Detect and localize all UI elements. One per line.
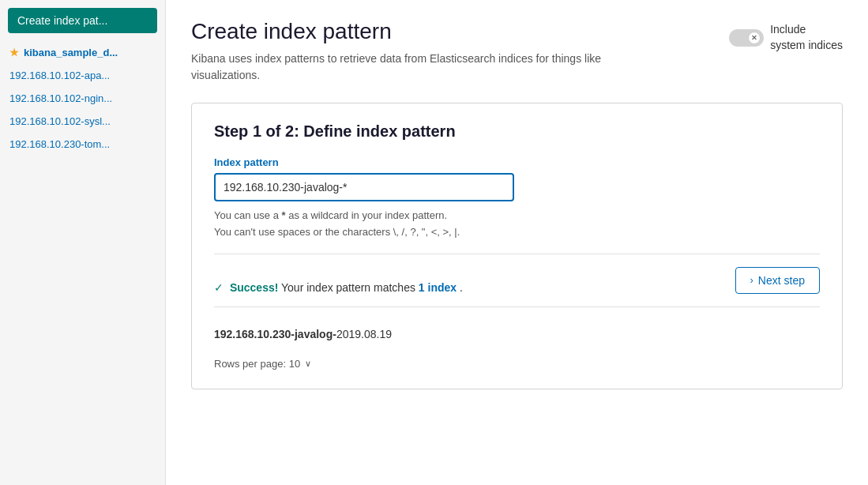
sidebar-item-label: 192.168.10.102-sysl...: [9, 115, 111, 127]
matched-index-name: 192.168.10.230-javalog-2019.08.19: [214, 328, 392, 340]
system-indices-toggle-container: ✕ Includesystem indices: [729, 22, 843, 53]
page-header: Create index pattern Kibana uses index p…: [191, 19, 843, 84]
sidebar-item-nginx[interactable]: 192.168.10.102-ngin...: [0, 87, 165, 110]
page-header-left: Create index pattern Kibana uses index p…: [191, 19, 649, 84]
index-pattern-label: Index pattern: [214, 156, 820, 168]
success-text: Your index pattern matches: [281, 281, 419, 294]
sidebar: Create index pat... ★ kibana_sample_d...…: [0, 0, 166, 485]
sidebar-item-label: kibana_sample_d...: [24, 47, 118, 58]
define-index-pattern-card: Step 1 of 2: Define index pattern Index …: [191, 103, 843, 389]
sidebar-item-label: 192.168.10.230-tom...: [9, 138, 110, 150]
success-word: Success!: [230, 281, 278, 294]
rows-per-page-label: Rows per page: 10: [214, 358, 300, 370]
index-count: 1 index: [419, 281, 457, 294]
divider-1: [214, 254, 820, 254]
hint-line2: You can't use spaces or the characters \…: [214, 226, 460, 238]
sidebar-item-kibana-sample[interactable]: ★ kibana_sample_d...: [0, 41, 165, 64]
next-step-label: Next step: [758, 274, 805, 287]
page-title: Create index pattern: [191, 19, 649, 44]
chevron-right-icon: ›: [750, 274, 753, 286]
success-suffix: .: [460, 281, 463, 294]
form-footer: ✓ Success! Your index pattern matches 1 …: [214, 267, 820, 294]
main-content: Create index pattern Kibana uses index p…: [166, 0, 868, 485]
rows-per-page-selector[interactable]: Rows per page: 10 ∨: [214, 358, 820, 370]
star-icon: ★: [9, 47, 19, 58]
sidebar-item-syslog[interactable]: 192.168.10.102-sysl...: [0, 110, 165, 133]
index-pattern-input[interactable]: [214, 173, 514, 201]
matched-index-row: 192.168.10.230-javalog-2019.08.19: [214, 320, 820, 348]
matched-index-bold: 192.168.10.230-javalog-: [214, 328, 336, 340]
create-index-pattern-button[interactable]: Create index pat...: [8, 8, 157, 33]
matched-index-rest: 2019.08.19: [336, 328, 392, 340]
hint-line1: You can use a * as a wildcard in your in…: [214, 209, 447, 221]
system-indices-toggle[interactable]: ✕: [729, 29, 764, 47]
toggle-x-icon: ✕: [748, 32, 761, 44]
system-indices-label: Includesystem indices: [770, 22, 843, 53]
next-step-button[interactable]: › Next step: [735, 267, 820, 294]
sidebar-item-tomcat[interactable]: 192.168.10.230-tom...: [0, 133, 165, 156]
sidebar-item-label: 192.168.10.102-ngin...: [9, 92, 112, 104]
card-title: Step 1 of 2: Define index pattern: [214, 122, 820, 141]
success-message: ✓ Success! Your index pattern matches 1 …: [214, 281, 463, 294]
divider-2: [214, 306, 820, 307]
page-description: Kibana uses index patterns to retrieve d…: [191, 51, 649, 84]
hint-text: You can use a * as a wildcard in your in…: [214, 208, 820, 241]
sidebar-item-apache[interactable]: 192.168.10.102-apa...: [0, 64, 165, 87]
check-icon: ✓: [214, 281, 224, 294]
sidebar-item-label: 192.168.10.102-apa...: [9, 70, 110, 81]
chevron-down-icon: ∨: [305, 359, 311, 369]
